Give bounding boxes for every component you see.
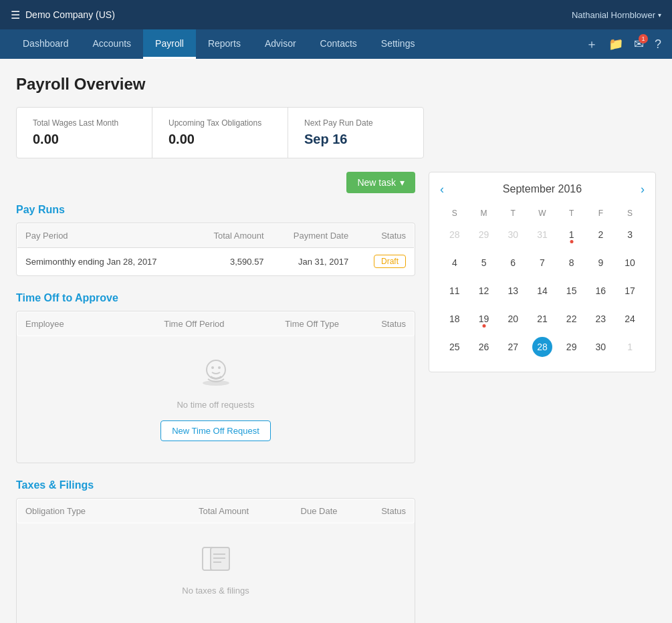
calendar-day-2-2[interactable]: 13 xyxy=(498,277,528,305)
calendar-dot xyxy=(570,240,573,243)
top-right-area: Nathanial Hornblower ▾ xyxy=(572,10,661,20)
calendar-day-3-2[interactable]: 20 xyxy=(498,305,528,333)
nav-dashboard[interactable]: Dashboard xyxy=(11,29,81,59)
calendar-day-1-5[interactable]: 9 xyxy=(586,249,616,277)
calendar-day-0-3[interactable]: 31 xyxy=(528,221,557,249)
nav-payroll[interactable]: Payroll xyxy=(143,29,196,59)
nav-settings[interactable]: Settings xyxy=(369,29,427,59)
calendar-day-1-2[interactable]: 6 xyxy=(498,249,528,277)
total-amount-cell: 3,590.57 xyxy=(193,248,272,275)
calendar-day-1-6[interactable]: 10 xyxy=(615,249,645,277)
calendar-day-1-0[interactable]: 4 xyxy=(440,249,469,277)
calendar-day-4-4[interactable]: 29 xyxy=(557,333,586,361)
calendar-day-4-3[interactable]: 28 xyxy=(528,333,557,361)
add-icon[interactable]: ＋ xyxy=(586,36,598,52)
calendar-header: ‹ September 2016 › xyxy=(440,183,645,195)
new-task-button[interactable]: New task ▾ xyxy=(346,172,415,193)
cal-header-mon: M xyxy=(469,206,499,221)
time-off-header-row: Employee Time Off Period Time Off Type S… xyxy=(17,312,415,336)
wages-label: Total Wages Last Month xyxy=(33,118,136,128)
calendar-day-3-3[interactable]: 21 xyxy=(528,305,557,333)
col-due-date: Due Date xyxy=(257,499,345,523)
nav-advisor[interactable]: Advisor xyxy=(253,29,308,59)
calendar-day-4-0[interactable]: 25 xyxy=(440,333,469,361)
cal-header-wed: W xyxy=(528,206,557,221)
day-wrap: 6 xyxy=(503,253,523,273)
calendar-day-3-0[interactable]: 18 xyxy=(440,305,469,333)
status-badge-draft: Draft xyxy=(374,255,406,268)
calendar-day-3-4[interactable]: 22 xyxy=(557,305,586,333)
day-wrap: 13 xyxy=(503,281,523,301)
calendar-day-1-4[interactable]: 8 xyxy=(557,249,586,277)
calendar-day-2-5[interactable]: 16 xyxy=(586,277,616,305)
day-wrap: 21 xyxy=(532,309,552,329)
calendar-day-1-1[interactable]: 5 xyxy=(469,249,499,277)
time-off-empty-text: No time off requests xyxy=(27,400,404,410)
page-content: Payroll Overview Total Wages Last Month … xyxy=(0,59,672,623)
mail-icon[interactable]: ✉ 1 xyxy=(634,37,644,51)
hamburger-icon[interactable]: ☰ xyxy=(11,9,20,21)
taxes-title: Taxes & Filings xyxy=(16,479,415,491)
taxes-table-container: Obligation Type Total Amount Due Date St… xyxy=(16,498,415,623)
day-wrap: 29 xyxy=(474,225,494,245)
day-wrap: 2 xyxy=(590,225,610,245)
folder-icon[interactable]: 📁 xyxy=(608,37,623,51)
calendar-grid: S M T W T F S 28293031123456789101112131… xyxy=(440,206,645,361)
calendar-day-1-3[interactable]: 7 xyxy=(528,249,557,277)
next-run-label: Next Pay Run Date xyxy=(304,118,407,128)
calendar-day-2-6[interactable]: 17 xyxy=(615,277,645,305)
toolbar: New task ▾ xyxy=(16,172,415,193)
calendar-day-2-0[interactable]: 11 xyxy=(440,277,469,305)
calendar-prev-button[interactable]: ‹ xyxy=(440,183,444,195)
calendar-day-4-6[interactable]: 1 xyxy=(615,333,645,361)
user-menu[interactable]: Nathanial Hornblower ▾ xyxy=(572,10,661,20)
nav-contacts[interactable]: Contacts xyxy=(308,29,369,59)
calendar-day-2-1[interactable]: 12 xyxy=(469,277,499,305)
calendar-dot xyxy=(482,324,485,328)
new-task-label: New task xyxy=(357,177,396,188)
calendar-day-2-4[interactable]: 15 xyxy=(557,277,586,305)
calendar-day-headers: S M T W T F S xyxy=(440,206,645,221)
nav-bar: Dashboard Accounts Payroll Reports Advis… xyxy=(0,29,672,59)
svg-point-3 xyxy=(218,366,221,369)
calendar-day-4-2[interactable]: 27 xyxy=(498,333,528,361)
calendar-day-3-5[interactable]: 23 xyxy=(586,305,616,333)
calendar-day-0-2[interactable]: 30 xyxy=(498,221,528,249)
nav-accounts[interactable]: Accounts xyxy=(81,29,144,59)
pay-runs-table: Pay Period Total Amount Payment Date Sta… xyxy=(17,223,415,275)
tax-label: Upcoming Tax Obligations xyxy=(169,118,271,128)
company-label: Demo Company (US) xyxy=(25,9,115,20)
calendar-day-0-6[interactable]: 3 xyxy=(615,221,645,249)
calendar-day-3-6[interactable]: 24 xyxy=(615,305,645,333)
pay-runs-section: Pay Runs Pay Period Total Amount Payment… xyxy=(16,204,415,276)
user-name: Nathanial Hornblower xyxy=(572,10,655,20)
col-time-off-type: Time Off Type xyxy=(233,312,347,336)
pay-run-row-0[interactable]: Semimonthly ending Jan 28, 2017 3,590.57… xyxy=(17,248,415,275)
calendar-day-2-3[interactable]: 14 xyxy=(528,277,557,305)
day-wrap: 25 xyxy=(445,337,465,357)
cal-header-fri: F xyxy=(586,206,616,221)
day-wrap: 19 xyxy=(474,309,494,329)
calendar-day-0-4[interactable]: 1 xyxy=(557,221,586,249)
calendar-day-0-5[interactable]: 2 xyxy=(586,221,616,249)
nav-reports[interactable]: Reports xyxy=(196,29,253,59)
col-time-off-period: Time Off Period xyxy=(107,312,232,336)
cal-header-tue: T xyxy=(498,206,528,221)
calendar-day-0-0[interactable]: 28 xyxy=(440,221,469,249)
day-wrap: 10 xyxy=(620,253,640,273)
day-wrap: 1 xyxy=(562,225,582,245)
mail-badge: 1 xyxy=(639,34,648,43)
calendar-day-4-1[interactable]: 26 xyxy=(469,333,499,361)
calendar-next-button[interactable]: › xyxy=(641,183,645,195)
day-wrap: 8 xyxy=(562,253,582,273)
new-time-off-request-button[interactable]: New Time Off Request xyxy=(160,420,271,441)
company-name-area[interactable]: ☰ Demo Company (US) xyxy=(11,9,115,21)
day-wrap: 28 xyxy=(532,337,552,357)
help-icon[interactable]: ? xyxy=(655,37,661,51)
calendar-day-0-1[interactable]: 29 xyxy=(469,221,499,249)
calendar-day-3-1[interactable]: 19 xyxy=(469,305,499,333)
col-payment-date: Payment Date xyxy=(272,224,357,248)
calendar-day-4-5[interactable]: 30 xyxy=(586,333,616,361)
taxes-table: Obligation Type Total Amount Due Date St… xyxy=(17,499,415,523)
day-wrap: 4 xyxy=(445,253,465,273)
